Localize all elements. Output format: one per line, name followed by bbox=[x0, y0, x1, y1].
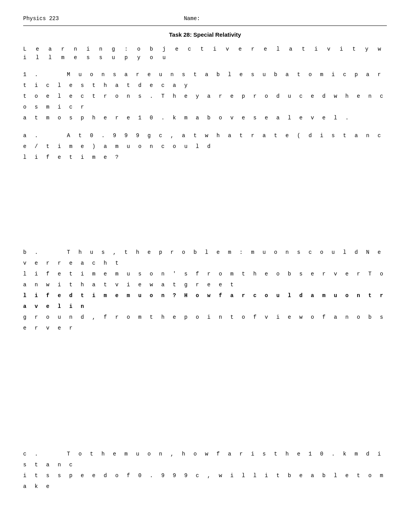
intro-line3: a t m o s p h e r e 1 0 . k m a b o v e … bbox=[23, 112, 387, 123]
part-a-line1: A t 0 . 9 9 9 g c , a t w h a t r a t e … bbox=[23, 133, 382, 150]
learning-objective: L e a r n i n g : o b j e c t i v e r e … bbox=[23, 45, 387, 62]
header: Physics 223 Name: bbox=[23, 15, 387, 22]
part-a-line2: l i f e t i m e ? bbox=[23, 152, 387, 163]
intro-text: 1 . M u o n s a r e u n s t a b l e s u … bbox=[23, 69, 387, 91]
part-b-line1: T h u s , t h e p r o b l e m : m u o n … bbox=[23, 249, 382, 266]
part-a-text: a . A t 0 . 9 9 9 g c , a t w h a t r a … bbox=[23, 130, 387, 152]
intro-number: 1 . bbox=[23, 71, 39, 78]
name-label: Name: bbox=[184, 15, 200, 22]
header-divider bbox=[23, 25, 387, 26]
section-intro: 1 . M u o n s a r e u n s t a b l e s u … bbox=[23, 69, 387, 123]
intro-line2: t o e l e c t r o n s . T h e y a r e p … bbox=[23, 91, 387, 112]
part-a-label: a . bbox=[23, 133, 39, 139]
section-b: b . T h u s , t h e p r o b l e m : m u … bbox=[23, 247, 387, 333]
section-c: c . T o t h e m u o n , h o w f a r i s … bbox=[23, 449, 387, 492]
part-b-text: b . T h u s , t h e p r o b l e m : m u … bbox=[23, 247, 387, 269]
part-c-line1: T o t h e m u o n , h o w f a r i s t h … bbox=[23, 451, 382, 468]
part-b-line2: l i f e t i m e m u s o n ' s f r o m t … bbox=[23, 269, 387, 290]
blank-area-a bbox=[23, 170, 387, 247]
part-c-label: c . bbox=[23, 451, 39, 457]
blank-area-b bbox=[23, 340, 387, 449]
part-b-line3: l i f e d t i m e m u o n ? H o w f a r … bbox=[23, 290, 387, 312]
section-a: a . A t 0 . 9 9 9 g c , a t w h a t r a … bbox=[23, 130, 387, 163]
part-c-text: c . T o t h e m u o n , h o w f a r i s … bbox=[23, 449, 387, 470]
page-title: Task 28: Special Relativity bbox=[23, 31, 387, 38]
part-c-line2: i t s s p e e d o f 0 . 9 9 9 c , w i l … bbox=[23, 470, 387, 492]
intro-line1: M u o n s a r e u n s t a b l e s u b a … bbox=[23, 71, 382, 88]
course-label: Physics 223 bbox=[23, 15, 59, 22]
part-b-label: b . bbox=[23, 249, 39, 255]
part-b-line4: g r o u n d , f r o m t h e p o i n t o … bbox=[23, 312, 387, 333]
